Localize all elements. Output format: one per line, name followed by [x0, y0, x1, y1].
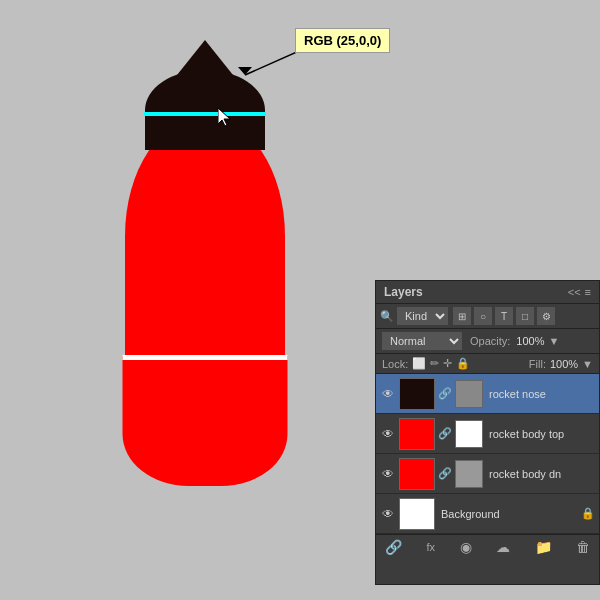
layer-thumbnail — [399, 458, 435, 490]
fill-value[interactable]: 100% — [550, 358, 578, 370]
fill-arrow[interactable]: ▼ — [582, 358, 593, 370]
cursor — [218, 108, 232, 128]
panel-menu-icon[interactable]: ≡ — [585, 286, 591, 298]
search-icon: 🔍 — [380, 310, 394, 323]
panel-header: Layers << ≡ — [376, 281, 599, 304]
layer-row[interactable]: 👁 🔗 rocket body dn — [376, 454, 599, 494]
search-bar: 🔍 Kind ⊞ ○ T □ ⚙ — [376, 304, 599, 329]
layer-mask — [455, 380, 483, 408]
layer-name: rocket nose — [489, 388, 595, 400]
blend-mode-row: Normal Opacity: 100% ▼ — [376, 329, 599, 354]
kind-select[interactable]: Kind — [397, 307, 448, 325]
panel-title: Layers — [384, 285, 423, 299]
lock-label: Lock: — [382, 358, 408, 370]
layer-visibility-icon[interactable]: 👁 — [380, 506, 396, 522]
filter-adjust-icon[interactable]: ○ — [474, 307, 492, 325]
lock-paint-icon[interactable]: ✏ — [430, 357, 439, 370]
layer-name: rocket body top — [489, 428, 595, 440]
rocket-body-bottom — [123, 356, 288, 486]
filter-smart-icon[interactable]: ⚙ — [537, 307, 555, 325]
tooltip: RGB (25,0,0) — [295, 28, 390, 53]
layer-visibility-icon[interactable]: 👁 — [380, 466, 396, 482]
blend-mode-select[interactable]: Normal — [382, 332, 462, 350]
add-mask-button[interactable]: ◉ — [457, 539, 475, 555]
opacity-label: Opacity: — [470, 335, 510, 347]
layer-link-icon: 🔗 — [438, 427, 452, 440]
filter-type-icon[interactable]: T — [495, 307, 513, 325]
layer-row[interactable]: 👁 🔗 rocket body top — [376, 414, 599, 454]
layers-panel: Layers << ≡ 🔍 Kind ⊞ ○ T □ ⚙ Normal — [375, 280, 600, 585]
layer-mask — [455, 420, 483, 448]
nose-highlight — [144, 112, 266, 116]
layer-thumbnail — [399, 498, 435, 530]
delete-layer-button[interactable]: 🗑 — [573, 539, 593, 555]
svg-marker-0 — [165, 40, 245, 90]
layer-link-icon: 🔗 — [438, 467, 452, 480]
panel-header-icons: << ≡ — [568, 286, 591, 298]
filter-icons: ⊞ ○ T □ ⚙ — [453, 307, 555, 325]
panel-footer: 🔗 fx ◉ ☁ 📁 🗑 — [376, 534, 599, 559]
layer-row[interactable]: 👁 Background 🔒 — [376, 494, 599, 534]
layer-link-icon: 🔗 — [438, 387, 452, 400]
filter-pixel-icon[interactable]: ⊞ — [453, 307, 471, 325]
layer-mask — [455, 460, 483, 488]
layer-effects-button[interactable]: fx — [423, 541, 438, 553]
rocket-body-top — [125, 116, 285, 356]
canvas-area: RGB (25,0,0) Layers << ≡ 🔍 Kind ⊞ ○ T □ … — [0, 0, 600, 600]
lock-row: Lock: ⬜ ✏ ✛ 🔒 Fill: 100% ▼ — [376, 354, 599, 374]
link-layers-button[interactable]: 🔗 — [382, 539, 405, 555]
layer-thumbnail — [399, 418, 435, 450]
layer-locked-icon: 🔒 — [581, 507, 595, 520]
lock-icons: ⬜ ✏ ✛ 🔒 — [412, 357, 470, 370]
layers-list: 👁 🔗 rocket nose 👁 🔗 rocket body top 👁 🔗 — [376, 374, 599, 534]
layer-visibility-icon[interactable]: 👁 — [380, 386, 396, 402]
opacity-value[interactable]: 100% — [516, 335, 544, 347]
layer-visibility-icon[interactable]: 👁 — [380, 426, 396, 442]
lock-move-icon[interactable]: ✛ — [443, 357, 452, 370]
svg-marker-1 — [218, 108, 230, 126]
layer-thumbnail — [399, 378, 435, 410]
tooltip-text: RGB (25,0,0) — [304, 33, 381, 48]
opacity-arrow[interactable]: ▼ — [549, 335, 560, 347]
lock-all-icon[interactable]: 🔒 — [456, 357, 470, 370]
filter-shape-icon[interactable]: □ — [516, 307, 534, 325]
lock-transparent-icon[interactable]: ⬜ — [412, 357, 426, 370]
fill-label: Fill: — [529, 358, 546, 370]
collapse-icon[interactable]: << — [568, 286, 581, 298]
body-separator — [123, 355, 288, 360]
new-group-button[interactable]: 📁 — [532, 539, 555, 555]
adjustment-button[interactable]: ☁ — [493, 539, 513, 555]
layer-name: Background — [441, 508, 578, 520]
layer-row[interactable]: 👁 🔗 rocket nose — [376, 374, 599, 414]
layer-name: rocket body dn — [489, 468, 595, 480]
